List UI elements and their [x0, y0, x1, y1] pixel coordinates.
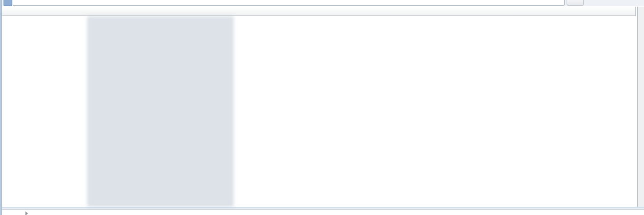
wireshark-window [0, 0, 644, 215]
packet-list-rows [2, 16, 636, 207]
display-filter-input[interactable] [13, 0, 565, 6]
packet-details-pane [2, 210, 644, 215]
redacted-source-destination [87, 16, 234, 207]
bookmark-icon[interactable] [4, 0, 12, 6]
packet-list [2, 7, 636, 207]
pane-separator[interactable] [2, 207, 644, 210]
packet-list-scrollbar[interactable] [637, 7, 644, 207]
display-filter-toolbar [2, 0, 644, 6]
packet-list-header [2, 7, 635, 16]
triangle-right-icon[interactable] [25, 211, 28, 215]
apply-filter-arrow-icon[interactable] [567, 0, 584, 6]
